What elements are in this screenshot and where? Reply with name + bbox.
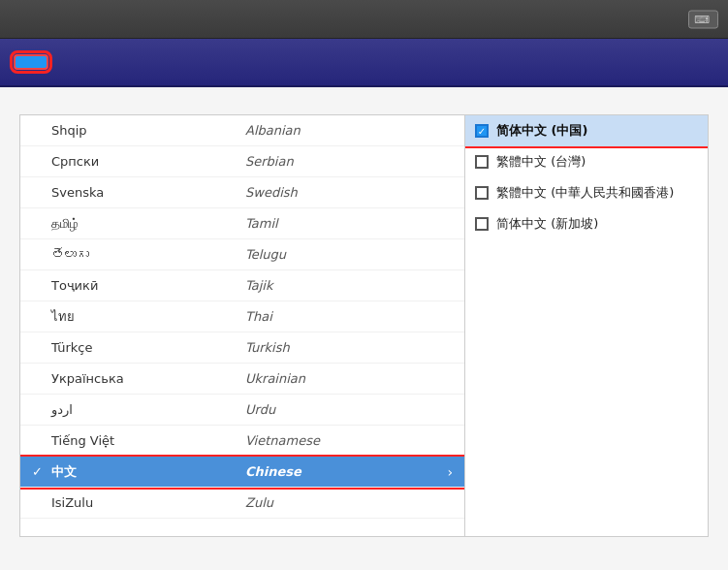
language-english-name: Chinese bbox=[245, 464, 433, 479]
language-english-name: Tamil bbox=[245, 216, 453, 231]
language-native-name: Shqip bbox=[51, 123, 245, 138]
row-arrow-icon: › bbox=[433, 464, 453, 480]
list-item[interactable]: СрпскиSerbian bbox=[20, 146, 464, 177]
list-item[interactable]: தமிழ்Tamil bbox=[20, 208, 464, 239]
language-english-name: Zulu bbox=[245, 495, 453, 510]
variant-row[interactable]: 繁體中文 (中華人民共和國香港) bbox=[465, 177, 708, 208]
list-item[interactable]: SvenskaSwedish bbox=[20, 177, 464, 208]
list-item[interactable]: ✓中文Chinese› bbox=[20, 457, 464, 488]
checkmark-icon: ✓ bbox=[32, 464, 51, 479]
variant-row[interactable]: 简体中文 (新加坡) bbox=[465, 208, 708, 239]
list-item[interactable]: ShqipAlbanian bbox=[20, 115, 464, 146]
variant-row[interactable]: 简体中文 (中国) bbox=[465, 115, 708, 146]
list-item[interactable]: తెలుగుTelugu bbox=[20, 239, 464, 270]
language-english-name: Tajik bbox=[245, 278, 453, 293]
language-english-name: Telugu bbox=[245, 247, 453, 262]
variant-checkbox[interactable] bbox=[475, 217, 489, 231]
content-area: ShqipAlbanianСрпскиSerbianSvenskaSwedish… bbox=[0, 87, 728, 570]
language-english-name: Vietnamese bbox=[245, 433, 453, 448]
variant-checkbox[interactable] bbox=[475, 186, 489, 200]
language-native-name: Српски bbox=[51, 154, 245, 169]
variant-row[interactable]: 繁體中文 (台灣) bbox=[465, 146, 708, 177]
variant-label: 简体中文 (新加坡) bbox=[496, 215, 598, 233]
list-item[interactable]: Tiếng ViệtVietnamese bbox=[20, 426, 464, 457]
language-english-name: Turkish bbox=[245, 340, 453, 355]
keyboard-indicator[interactable]: ⌨ bbox=[688, 10, 718, 28]
language-list[interactable]: ShqipAlbanianСрпскиSerbianSvenskaSwedish… bbox=[19, 114, 465, 537]
language-english-name: Swedish bbox=[245, 185, 453, 200]
language-native-name: తెలుగు bbox=[51, 247, 245, 262]
titlebar: ⌨ bbox=[0, 0, 728, 39]
language-native-name: Türkçe bbox=[51, 340, 245, 355]
language-native-name: اردو bbox=[51, 402, 245, 417]
list-item[interactable]: اردوUrdu bbox=[20, 395, 464, 426]
list-item[interactable]: ไทยThai bbox=[20, 301, 464, 332]
variant-label: 繁體中文 (中華人民共和國香港) bbox=[496, 184, 674, 202]
done-button[interactable] bbox=[14, 54, 48, 70]
language-english-name: Urdu bbox=[245, 402, 453, 417]
language-english-name: Serbian bbox=[245, 154, 453, 169]
language-native-name: Svenska bbox=[51, 185, 245, 200]
titlebar-right-area: ⌨ bbox=[682, 10, 718, 28]
variant-label: 简体中文 (中国) bbox=[496, 122, 587, 140]
language-native-name: Українська bbox=[51, 371, 245, 386]
list-item[interactable]: ТоҷикӣTajik bbox=[20, 270, 464, 301]
language-native-name: தமிழ் bbox=[51, 216, 245, 232]
toolbar bbox=[0, 39, 728, 87]
variant-checkbox[interactable] bbox=[475, 155, 489, 169]
language-native-name: ไทย bbox=[51, 306, 245, 327]
list-item[interactable]: TürkçeTurkish bbox=[20, 332, 464, 364]
language-english-name: Ukrainian bbox=[245, 371, 453, 386]
language-native-name: IsiZulu bbox=[51, 495, 245, 510]
language-english-name: Albanian bbox=[245, 123, 453, 138]
variant-checkbox[interactable] bbox=[475, 124, 489, 138]
main-area: ShqipAlbanianСрпскиSerbianSvenskaSwedish… bbox=[19, 114, 709, 537]
variant-panel[interactable]: 简体中文 (中国)繁體中文 (台灣)繁體中文 (中華人民共和國香港)简体中文 (… bbox=[465, 114, 709, 537]
language-native-name: Tiếng Việt bbox=[51, 433, 245, 448]
keyboard-icon: ⌨ bbox=[694, 13, 710, 25]
variant-label: 繁體中文 (台灣) bbox=[496, 153, 586, 171]
language-native-name: 中文 bbox=[51, 463, 245, 481]
list-item[interactable]: IsiZuluZulu bbox=[20, 488, 464, 519]
language-english-name: Thai bbox=[245, 309, 453, 324]
language-native-name: Тоҷикӣ bbox=[51, 278, 245, 293]
list-item[interactable]: УкраїнськаUkrainian bbox=[20, 364, 464, 395]
